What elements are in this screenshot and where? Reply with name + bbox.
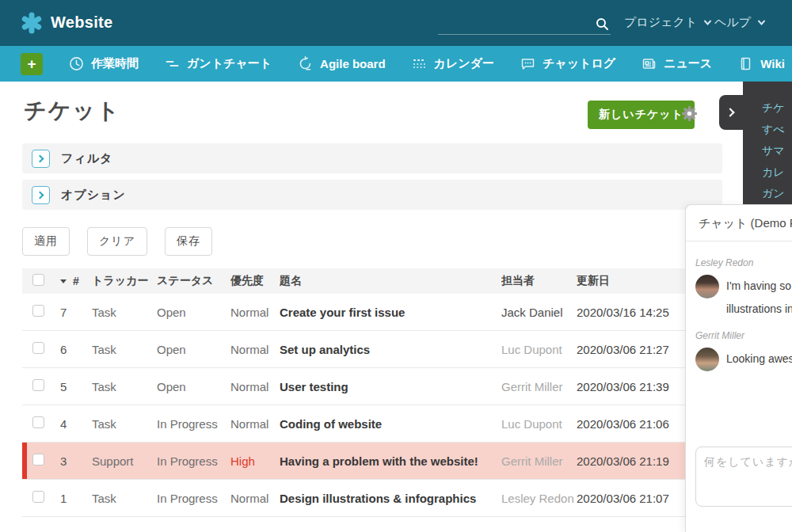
- ticket-assignee-link[interactable]: Luc Dupont: [501, 343, 577, 356]
- chat-message-line: I'm having so m: [726, 279, 792, 292]
- row-checkbox[interactable]: [32, 342, 44, 354]
- options-expand-button[interactable]: [32, 186, 50, 204]
- header-priority[interactable]: 優先度: [230, 274, 280, 288]
- chevron-right-icon: [36, 154, 44, 162]
- row-checkbox[interactable]: [32, 305, 44, 317]
- ticket-tracker: Support: [92, 454, 157, 468]
- nav-item-gantt[interactable]: ガントチャート: [165, 56, 272, 71]
- apply-button[interactable]: 適用: [22, 227, 70, 256]
- ticket-tracker: Task: [92, 492, 157, 505]
- sidebar-item-summary[interactable]: サマ: [762, 140, 785, 162]
- nav-item-chat-log[interactable]: チャットログ: [520, 56, 615, 71]
- table-row[interactable]: 3 Support In Progress High Having a prob…: [22, 443, 722, 480]
- clock-icon: [69, 56, 84, 71]
- sidebar-collapse-tab[interactable]: [719, 95, 744, 130]
- ticket-status: In Progress: [157, 417, 230, 431]
- select-all-cell: [22, 274, 60, 288]
- chat-title: チャット (Demo Pro: [686, 205, 792, 241]
- gear-icon[interactable]: [681, 105, 698, 122]
- row-checkbox-cell: [22, 379, 60, 393]
- ticket-assignee-link[interactable]: Gerrit Miller: [501, 454, 577, 468]
- ticket-subject-link[interactable]: Create your first issue: [280, 306, 501, 319]
- ticket-id[interactable]: 3: [60, 454, 92, 468]
- ticket-assignee-link[interactable]: Gerrit Miller: [501, 380, 577, 393]
- chat-message-line: Looking aweso: [726, 348, 792, 370]
- chevron-right-icon: [36, 191, 44, 199]
- chevron-down-icon: [757, 18, 766, 27]
- nav-item-agile-board[interactable]: Agile board: [298, 56, 386, 71]
- ticket-id[interactable]: 7: [60, 306, 92, 319]
- ticket-status: Open: [157, 306, 230, 319]
- ticket-subject-link[interactable]: Design illustrations & infographics: [280, 492, 501, 505]
- table-row[interactable]: 7 Task Open Normal Create your first iss…: [22, 294, 722, 331]
- nav-item-wiki[interactable]: Wiki: [738, 56, 785, 71]
- ticket-assignee-link[interactable]: Luc Dupont: [501, 417, 577, 431]
- ticket-priority: Normal: [230, 306, 280, 319]
- row-checkbox[interactable]: [32, 454, 44, 466]
- sidebar-item-calendar[interactable]: カレ: [762, 162, 785, 183]
- table-row[interactable]: 1 Task In Progress Normal Design illustr…: [22, 480, 722, 517]
- row-checkbox-cell: [22, 305, 60, 319]
- options-panel-label: オプション: [61, 188, 126, 203]
- search-icon[interactable]: [596, 17, 609, 31]
- nav-item-time-tracking[interactable]: 作業時間: [69, 56, 139, 71]
- tickets-table: # トラッカー ステータス 優先度 題名 担当者 更新日 7 Task Open…: [22, 268, 722, 517]
- ticket-id[interactable]: 1: [60, 492, 92, 505]
- table-body: 7 Task Open Normal Create your first iss…: [22, 294, 722, 517]
- ticket-assignee-link[interactable]: Jack Daniel: [501, 306, 577, 319]
- header-subject[interactable]: 題名: [280, 274, 501, 288]
- sidebar-item-tickets[interactable]: チケ: [762, 97, 785, 119]
- ticket-status: Open: [157, 380, 230, 393]
- table-row[interactable]: 4 Task In Progress Normal Coding of webs…: [22, 405, 722, 443]
- project-title[interactable]: Website: [51, 13, 112, 32]
- table-row[interactable]: 5 Task Open Normal User testing Gerrit M…: [22, 368, 722, 405]
- help-menu[interactable]: ヘルプ: [714, 15, 766, 30]
- ticket-id[interactable]: 4: [60, 417, 92, 431]
- clear-button[interactable]: クリア: [87, 227, 147, 256]
- ticket-id[interactable]: 6: [60, 343, 92, 356]
- table-row[interactable]: 6 Task Open Normal Set up analytics Luc …: [22, 331, 722, 368]
- nav-item-news[interactable]: ニュース: [642, 56, 712, 71]
- chat-message: I'm having so m illustrations in #: [695, 275, 792, 321]
- ticket-priority: Normal: [230, 380, 280, 393]
- filter-panel: フィルタ: [22, 143, 722, 173]
- header-tracker[interactable]: トラッカー: [92, 274, 157, 288]
- ticket-subject-link[interactable]: Having a problem with the website!: [280, 454, 501, 468]
- chat-author: Lesley Redon: [695, 257, 792, 268]
- wiki-page-icon: [738, 56, 753, 71]
- module-navbar: + 作業時間 ガントチャート Agile board カレンダー チャットログ: [0, 46, 792, 82]
- chat-input[interactable]: [695, 446, 792, 507]
- ticket-assignee-link[interactable]: Lesley Redon: [501, 492, 577, 505]
- new-ticket-button[interactable]: 新しいチケット: [588, 101, 695, 129]
- sidebar-item-gantt[interactable]: ガン: [762, 183, 785, 204]
- header-id[interactable]: #: [60, 275, 92, 287]
- calendar-dots-icon: [412, 56, 427, 71]
- ticket-subject-link[interactable]: User testing: [280, 380, 501, 393]
- ticket-subject-link[interactable]: Coding of website: [280, 417, 501, 431]
- header-assignee[interactable]: 担当者: [501, 274, 577, 288]
- projects-menu[interactable]: プロジェクト: [624, 15, 712, 30]
- save-button[interactable]: 保存: [165, 227, 212, 256]
- search-input[interactable]: [438, 18, 596, 31]
- search-field[interactable]: [438, 14, 611, 35]
- nav-item-calendar[interactable]: カレンダー: [412, 56, 494, 71]
- row-checkbox[interactable]: [32, 491, 44, 503]
- chat-message: Looking aweso: [695, 348, 792, 371]
- filter-expand-button[interactable]: [32, 150, 50, 168]
- ticket-id[interactable]: 5: [60, 380, 92, 393]
- row-checkbox[interactable]: [32, 379, 44, 391]
- row-checkbox[interactable]: [32, 416, 44, 428]
- row-checkbox-cell: [22, 454, 60, 468]
- news-icon: [642, 56, 657, 71]
- sidebar-item-all[interactable]: すべ: [762, 119, 785, 140]
- select-all-checkbox[interactable]: [32, 274, 44, 286]
- agile-cycle-icon: [298, 56, 313, 71]
- chat-messages: Lesley Redon I'm having so m illustratio…: [686, 241, 792, 371]
- ticket-subject-link[interactable]: Set up analytics: [280, 343, 501, 356]
- row-checkbox-cell: [22, 342, 60, 356]
- row-checkbox-cell: [22, 491, 60, 505]
- add-button[interactable]: +: [21, 53, 43, 75]
- row-checkbox-cell: [22, 416, 60, 431]
- chat-bubble-icon: [520, 56, 535, 71]
- header-status[interactable]: ステータス: [157, 274, 230, 288]
